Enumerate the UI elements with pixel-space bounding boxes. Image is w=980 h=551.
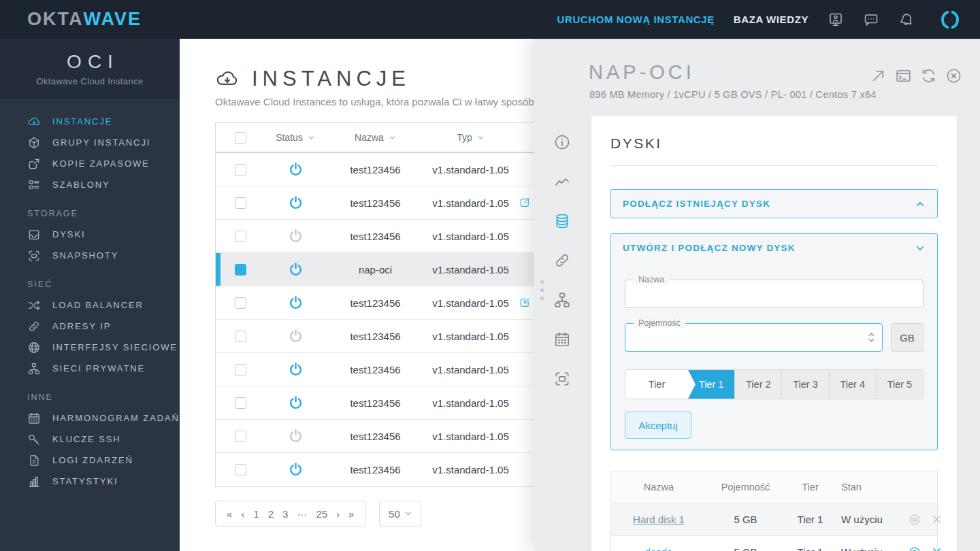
page-size-select[interactable]: 50 [379,501,421,527]
select-all-checkbox[interactable] [235,132,246,144]
power-icon[interactable] [287,261,304,278]
table-row[interactable]: test123456 v1.standard-1.05 [216,320,568,353]
column-header-typ[interactable]: Typ [425,132,517,143]
page-button[interactable]: ··· [297,508,307,520]
power-icon[interactable] [287,195,304,212]
sidebar-item-snapshoty[interactable]: SNAPSHOTY [0,245,180,266]
sidebar-item-load-balancer[interactable]: LOAD BALANCER [0,295,180,316]
table-row[interactable]: test123456 v1.standard-1.05 [216,286,568,320]
panel-resize-handle[interactable] [540,280,544,300]
row-checkbox[interactable] [235,431,246,442]
tier-option[interactable]: Tier 3 [781,370,828,399]
page-button[interactable]: 3 [282,508,288,520]
disk-row[interactable]: dasda 5 GB Tier 1 W użyciu [611,535,937,551]
detail-tab-rail [534,133,590,388]
sidebar-item-statystyki[interactable]: STATYSTYKI [0,471,180,492]
row-checkbox[interactable] [235,297,246,309]
column-header-status[interactable]: Status [265,132,326,143]
power-icon[interactable] [287,361,304,378]
row-checkbox[interactable] [235,397,246,409]
disk-detach-icon[interactable] [931,514,943,525]
page-button[interactable]: « [227,508,232,520]
row-checkbox[interactable] [235,231,246,242]
disk-detach-icon[interactable] [931,546,943,551]
power-icon[interactable] [287,428,304,445]
sidebar-item-sieci-prywatne[interactable]: SIECI PRYWATNE [0,358,180,379]
support-icon[interactable] [828,12,844,28]
page-button[interactable]: 1 [253,508,259,520]
knowledge-base-link[interactable]: BAZA WIEDZY [734,14,808,25]
page-button[interactable]: ‹ [241,508,244,520]
open-console-icon[interactable] [518,196,532,210]
table-row[interactable]: test123456 v1.standard-1.05 [216,386,568,420]
number-stepper-icon[interactable] [867,331,876,344]
table-row[interactable]: test123456 v1.standard-1.05 [216,453,568,486]
sidebar-item-szablony[interactable]: SZABLONY [0,174,180,195]
table-row[interactable]: test123456 v1.standard-1.05 [216,186,568,220]
import-icon[interactable] [518,296,532,310]
page-button[interactable]: 2 [268,508,274,520]
sidebar-item-kopie-zapasowe[interactable]: KOPIE ZAPASOWE [0,153,180,174]
console-icon[interactable] [895,67,912,84]
name-input[interactable] [625,280,923,307]
row-checkbox[interactable] [235,197,246,209]
top-bar: OKTA WAVE URUCHOM NOWĄ INSTANCJĘ BAZA WI… [0,0,980,39]
power-icon[interactable] [287,161,304,178]
row-checkbox[interactable] [235,464,246,475]
sidebar-item-dyski[interactable]: DYSKI [0,224,180,245]
sidebar-item-adresy-ip[interactable]: ADRESY IP [0,316,180,337]
tier-option[interactable]: Tier 5 [876,370,923,399]
create-new-disk-header[interactable]: UTWÓRZ I PODŁĄCZ NOWY DYSK [611,234,937,262]
network-icon[interactable] [553,291,571,309]
attach-existing-disk-header[interactable]: PODŁĄCZ ISTNIEJĄCY DYSK [611,190,937,218]
page-button[interactable]: 25 [316,508,327,520]
accept-button[interactable]: Akceptuj [625,412,691,439]
disks-icon[interactable] [553,212,571,230]
power-icon[interactable] [287,461,304,478]
sidebar-item-logi-zdarzen[interactable]: LOGI ZDARZEŃ [0,450,180,471]
page-button[interactable]: › [336,508,340,520]
info-icon[interactable] [553,133,571,151]
sidebar-item-harmonogram-zadan[interactable]: HARMONOGRAM ZADAŃ [0,407,180,429]
row-checkbox[interactable] [235,264,246,276]
row-checkbox[interactable] [235,364,246,375]
disk-settings-icon[interactable] [907,545,922,551]
capacity-input[interactable] [625,324,882,351]
power-icon[interactable] [287,328,304,345]
table-row[interactable]: test123456 v1.standard-1.05 [216,153,568,186]
table-row[interactable]: test123456 v1.standard-1.05 [216,420,568,453]
row-checkbox[interactable] [235,331,246,342]
column-header-nazwa[interactable]: Nazwa [326,132,425,143]
sidebar-item-grupy-instancji[interactable]: GRUPY INSTANCJI [0,132,180,153]
chat-icon[interactable] [863,12,879,28]
sidebar-item-klucze-ssh[interactable]: KLUCZE SSH [0,429,180,450]
close-circle-icon[interactable] [945,67,962,84]
chain-icon[interactable] [553,252,571,269]
page-button[interactable]: » [348,508,354,520]
avatar-logo-icon[interactable] [938,7,962,32]
power-icon[interactable] [287,228,304,245]
disk-row[interactable]: Hard disk 1 5 GB Tier 1 W użyciu [611,503,937,535]
table-row[interactable]: nap-oci v1.standard-1.05 [216,253,568,286]
refresh-icon[interactable] [920,67,937,84]
disk-name-link[interactable]: dasda [645,546,673,551]
open-in-new-icon[interactable] [870,67,887,84]
sidebar-item-instancje[interactable]: INSTANCJE [0,111,180,132]
power-icon[interactable] [287,295,304,312]
table-row[interactable]: test123456 v1.standard-1.05 [216,353,568,386]
disk-name-link[interactable]: Hard disk 1 [633,514,685,525]
launch-new-instance-link[interactable]: URUCHOM NOWĄ INSTANCJĘ [557,14,715,25]
oktawave-logo[interactable]: OKTA WAVE [27,9,142,30]
tier-option[interactable]: Tier 2 [734,370,781,399]
tier-option[interactable]: Tier 4 [829,370,876,399]
calendar-icon[interactable] [553,331,571,348]
power-icon[interactable] [287,395,304,412]
chart-icon[interactable] [553,173,571,190]
bell-icon[interactable] [898,12,915,28]
table-row[interactable]: test123456 v1.standard-1.05 [216,220,568,253]
disk-settings-icon[interactable] [907,512,922,527]
snapshot-icon[interactable] [553,370,571,388]
capacity-field-label: Pojemność [634,318,685,328]
row-checkbox[interactable] [235,164,246,176]
sidebar-item-interfejsy-sieciowe[interactable]: INTERFEJSY SIECIOWE [0,337,180,358]
